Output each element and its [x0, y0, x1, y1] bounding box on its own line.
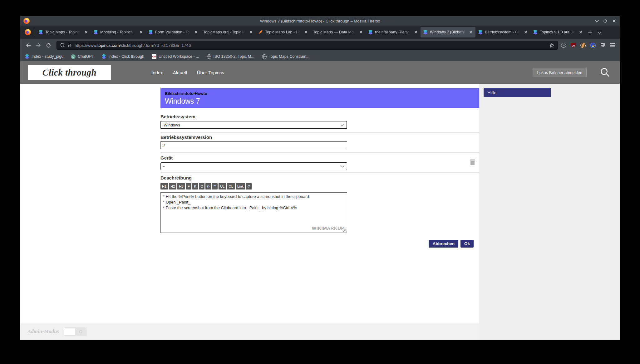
- wiki-bold-button[interactable]: F: [186, 183, 191, 189]
- new-tab-button[interactable]: [585, 27, 595, 37]
- window-close-icon[interactable]: [612, 19, 616, 23]
- wiki-h1-button[interactable]: H1: [160, 183, 168, 189]
- plus-icon: [588, 30, 592, 34]
- url-scheme: https://www.: [75, 43, 97, 48]
- extensions-puzzle-icon[interactable]: [600, 43, 606, 48]
- topincs-icon: [423, 30, 428, 35]
- logout-button[interactable]: Lukas Brösner abmelden: [533, 68, 587, 77]
- wiki-toolbar: H1 H2 H3 F K C {} "" UL OL Link ?: [160, 183, 479, 189]
- bookmarks-bar: Index - study_pigu ChatGPT Index - Click…: [20, 52, 620, 61]
- wiki-ol-button[interactable]: OL: [227, 183, 235, 189]
- tab-close-icon[interactable]: [469, 30, 473, 34]
- reload-button[interactable]: [43, 41, 53, 50]
- firefox-icon: [23, 18, 30, 24]
- tab-form-validation[interactable]: Form Validation - To: [146, 27, 201, 37]
- ublock-origin-icon[interactable]: UO: [571, 43, 576, 48]
- wiki-quotes-button[interactable]: "": [212, 183, 218, 189]
- chevron-down-icon: [341, 165, 344, 168]
- maximize-icon[interactable]: [603, 19, 607, 23]
- firefox-view-button[interactable]: [22, 27, 33, 37]
- tab-close-icon[interactable]: [414, 30, 418, 34]
- ok-button[interactable]: Ok: [460, 240, 474, 248]
- topincs-icon: [478, 30, 483, 35]
- wiki-code-button[interactable]: C: [199, 183, 204, 189]
- site-logo[interactable]: Click through: [28, 65, 111, 80]
- url-text[interactable]: https://www.topincs.com/clickthrough/.fo…: [75, 43, 546, 48]
- pocket-icon[interactable]: [561, 43, 566, 48]
- tab-topincs-910[interactable]: Topincs 9.1.0 auf De: [530, 27, 585, 37]
- cancel-button[interactable]: Abbrechen: [429, 240, 458, 248]
- topincs-icon: [148, 30, 153, 35]
- back-icon: [26, 43, 31, 48]
- bookmark-item[interactable]: ISO 13250-2: Topic M...: [207, 54, 254, 59]
- delete-trash-icon[interactable]: [470, 160, 475, 165]
- back-button[interactable]: [23, 41, 33, 50]
- minimize-icon[interactable]: [595, 18, 599, 22]
- tab-close-icon[interactable]: [84, 30, 88, 34]
- wiki-italic-button[interactable]: K: [192, 183, 198, 189]
- list-all-tabs-button[interactable]: [595, 27, 604, 37]
- menu-hamburger-icon[interactable]: [610, 43, 615, 47]
- resize-grip[interactable]: [343, 229, 347, 232]
- topincs-icon: [38, 30, 43, 35]
- admin-mode-toggle[interactable]: [64, 327, 86, 336]
- chevron-down-icon: [341, 123, 344, 126]
- tab-data-model[interactable]: Topic Maps — Data Mo: [311, 27, 366, 37]
- nav-link-index[interactable]: Index: [151, 70, 163, 75]
- bookmark-item[interactable]: Index - Click through: [101, 54, 144, 59]
- geraet-label: Gerät: [160, 155, 479, 160]
- privacy-badger-icon[interactable]: [580, 43, 586, 48]
- shield-icon[interactable]: [60, 43, 65, 48]
- tab-topic-maps[interactable]: Topic Maps - Topinc: [36, 27, 91, 37]
- wiki-link-button[interactable]: Link: [236, 183, 245, 189]
- window-title: Windows 7 (Bildschirmfoto-Howto) - Click…: [260, 19, 380, 23]
- wiki-help-button[interactable]: ?: [246, 183, 252, 189]
- beschreibung-textarea[interactable]: * Hit the %Print% button on the keyboard…: [160, 192, 347, 233]
- search-button[interactable]: [600, 67, 610, 78]
- tab-betriebssystem[interactable]: Betriebssystem - Cli: [475, 27, 530, 37]
- desktop: Windows 7 (Bildschirmfoto-Howto) - Click…: [0, 0, 640, 364]
- lock-icon[interactable]: [67, 43, 72, 48]
- tab-close-icon[interactable]: [139, 30, 143, 34]
- wiki-ul-button[interactable]: UL: [219, 183, 226, 189]
- chevron-down-icon: [598, 30, 601, 33]
- search-icon: [600, 67, 610, 78]
- tab-topicmaps-org[interactable]: TopicMaps.org - Topic M: [201, 27, 256, 37]
- wiki-h3-button[interactable]: H3: [177, 183, 185, 189]
- admin-footer: Admin-Modus: [20, 323, 479, 340]
- eu-privacy-icon[interactable]: [590, 43, 596, 48]
- tab-close-icon[interactable]: [578, 30, 583, 34]
- topincs-icon: [533, 30, 538, 35]
- tab-windows7-active[interactable]: Windows 7 (Bildschi: [421, 27, 475, 37]
- bookmark-item[interactable]: Index - study_pigu: [25, 54, 63, 59]
- nav-link-ueber-topincs[interactable]: Über Topincs: [197, 70, 224, 75]
- tab-rheinfallparty[interactable]: rheinfallparty (Party: [366, 27, 421, 37]
- tab-close-icon[interactable]: [524, 30, 528, 34]
- tab-close-icon[interactable]: [304, 30, 308, 34]
- betriebssystem-select[interactable]: Windows: [160, 121, 347, 129]
- wiki-h2-button[interactable]: H2: [169, 183, 176, 189]
- beschreibung-field: * Hit the %Print% button on the keyboard…: [160, 192, 347, 233]
- bookmark-item[interactable]: ChatGPT: [71, 54, 94, 59]
- url-bar[interactable]: https://www.topincs.com/clickthrough/.fo…: [57, 41, 558, 50]
- tab-topic-maps-lab[interactable]: Topic Maps Lab - Ho: [256, 27, 311, 37]
- tab-modeling[interactable]: Modeling - Topincs: [91, 27, 146, 37]
- wiki-braces-button[interactable]: {}: [205, 183, 211, 189]
- help-button[interactable]: Hilfe: [484, 88, 551, 97]
- geraet-select[interactable]: -: [160, 162, 347, 170]
- version-input[interactable]: [160, 141, 347, 149]
- forward-button[interactable]: [33, 41, 43, 50]
- tab-close-icon[interactable]: [359, 30, 363, 34]
- form-supertitle: Bildschirmfoto-Howto: [165, 91, 475, 96]
- url-domain: topincs.com: [97, 43, 120, 48]
- firefox-icon: [25, 29, 31, 35]
- bookmark-star-icon[interactable]: [549, 43, 554, 48]
- tab-close-icon[interactable]: [249, 30, 253, 34]
- bookmark-item[interactable]: COUntitled Workspace - ...: [152, 54, 199, 59]
- toolbar-extension-icons: UO: [561, 43, 617, 48]
- tab-close-icon[interactable]: [194, 30, 198, 34]
- nav-link-aktuell[interactable]: Aktuell: [173, 70, 187, 75]
- bookmark-item[interactable]: Topic Maps Constrain...: [262, 54, 310, 59]
- forward-icon: [36, 43, 41, 48]
- form-header: Bildschirmfoto-Howto Windows 7: [160, 88, 479, 108]
